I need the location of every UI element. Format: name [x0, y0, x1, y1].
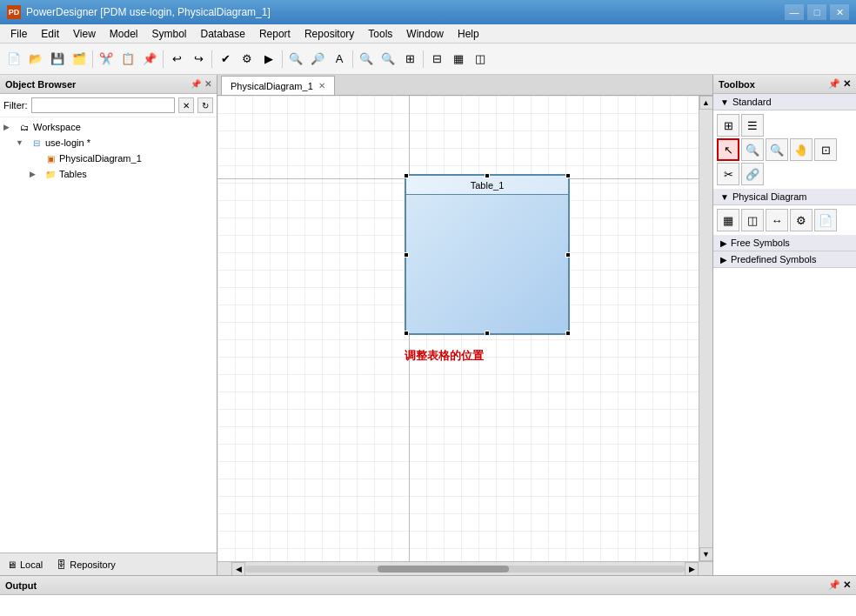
maximize-button[interactable]: □	[807, 4, 826, 20]
vscroll-up[interactable]: ▲	[699, 96, 713, 110]
window-title: PowerDesigner [PDM use-login, PhysicalDi…	[26, 6, 271, 18]
diagram-tab-close[interactable]: ✕	[318, 81, 325, 90]
tables-label: Tables	[59, 169, 87, 179]
toolbar-open[interactable]: 📂	[25, 49, 46, 70]
pd-content: ▦ ◫ ↔ ⚙ 📄	[713, 205, 856, 235]
toolbar-filter[interactable]: 🔎	[307, 49, 328, 70]
toolbar-sep-2	[163, 50, 164, 68]
tb-cut-tool[interactable]: ✂	[717, 163, 739, 185]
menu-repository[interactable]: Repository	[298, 26, 361, 42]
free-symbols-section-header[interactable]: ▶ Free Symbols	[713, 235, 856, 251]
title-left: PD PowerDesigner [PDM use-login, Physica…	[7, 5, 271, 19]
close-button[interactable]: ✕	[830, 4, 849, 20]
standard-content: ⊞ ☰ ↖ 🔍 🔍 🤚 ⊡ ✂ 🔗	[713, 110, 856, 189]
filter-refresh[interactable]: ↻	[197, 97, 213, 113]
physical-diagram-section-header[interactable]: ▼ Physical Diagram	[713, 189, 856, 205]
toolbar-generate[interactable]: ⚙	[237, 49, 257, 70]
toolbar-cut[interactable]: ✂️	[96, 49, 117, 70]
toolbar-table[interactable]: ▦	[448, 49, 469, 70]
toolbar-font[interactable]: A	[329, 49, 350, 70]
vscroll-down[interactable]: ▼	[699, 547, 713, 561]
table1-element[interactable]: Table_1	[405, 174, 570, 335]
panel-pin[interactable]: 📌	[191, 79, 201, 89]
diagram-canvas[interactable]: Table_1 调整表格的位置	[217, 96, 699, 561]
object-browser: Object Browser 📌 ✕ Filter: ✕ ↻ ▶ 🗂 Works…	[0, 75, 217, 575]
tb-settings[interactable]: ⚙	[790, 209, 813, 231]
hscroll-left[interactable]: ◀	[231, 562, 245, 576]
use-login-icon: ⊟	[30, 136, 43, 150]
tree-physical-diagram[interactable]: ▣ PhysicalDiagram_1	[2, 151, 215, 166]
tb-view[interactable]: ◫	[741, 209, 764, 231]
tree-view: ▶ 🗂 Workspace ▼ ⊟ use-login * ▣ Physical…	[0, 117, 217, 552]
menu-window[interactable]: Window	[399, 26, 451, 42]
menu-help[interactable]: Help	[451, 26, 486, 42]
output-close[interactable]: ✕	[843, 579, 851, 590]
toolbar-paste[interactable]: 📌	[139, 49, 160, 70]
menu-symbol[interactable]: Symbol	[145, 26, 194, 42]
tree-workspace[interactable]: ▶ 🗂 Workspace	[2, 119, 215, 135]
local-icon: 🖥	[7, 559, 17, 570]
hscroll-thumb[interactable]	[378, 566, 510, 572]
minimize-button[interactable]: —	[785, 4, 804, 20]
tb-doc[interactable]: 📄	[814, 209, 837, 231]
sel-handle-br[interactable]	[565, 331, 571, 336]
filter-input[interactable]	[31, 97, 176, 113]
local-tab[interactable]: 🖥 Local	[0, 558, 50, 572]
tb-hand[interactable]: 🤚	[790, 138, 813, 161]
standard-section-header[interactable]: ▼ Standard	[713, 94, 856, 110]
sel-handle-bm[interactable]	[485, 331, 490, 336]
predefined-symbols-section-header[interactable]: ▶ Predefined Symbols	[713, 251, 856, 268]
tree-use-login[interactable]: ▼ ⊟ use-login *	[2, 135, 215, 151]
hscroll-right[interactable]: ▶	[685, 562, 699, 576]
toolbox-close[interactable]: ✕	[843, 78, 851, 89]
repository-tab[interactable]: 🗄 Repository	[50, 558, 123, 572]
filter-clear[interactable]: ✕	[178, 97, 194, 113]
sel-handle-ml[interactable]	[404, 252, 409, 258]
tb-list[interactable]: ☰	[741, 114, 764, 137]
panel-close[interactable]: ✕	[204, 79, 211, 89]
toolbar-redo[interactable]: ↪	[188, 49, 209, 70]
toolbox-pin[interactable]: 📌	[828, 78, 840, 89]
diagram-tab-physical[interactable]: PhysicalDiagram_1 ✕	[221, 76, 335, 95]
toolbar-save[interactable]: 💾	[47, 49, 68, 70]
toolbar-save-all[interactable]: 🗂️	[69, 49, 90, 70]
toolbar-copy[interactable]: 📋	[117, 49, 138, 70]
tb-table[interactable]: ▦	[717, 209, 739, 231]
workspace-label: Workspace	[33, 122, 81, 132]
fs-label: Free Symbols	[731, 238, 790, 248]
tb-pointer[interactable]: ↖	[717, 138, 739, 161]
sel-handle-tr[interactable]	[565, 173, 571, 178]
tb-zoom-in[interactable]: 🔍	[741, 138, 764, 161]
tb-zoom-fit[interactable]: ⊡	[814, 138, 837, 161]
toolbar-zoom-fit[interactable]: ⊞	[399, 49, 420, 70]
toolbar-layout[interactable]: ⊟	[426, 49, 447, 70]
menu-model[interactable]: Model	[103, 26, 145, 42]
toolbar-zoom-in[interactable]: 🔍	[356, 49, 377, 70]
sel-handle-tl[interactable]	[404, 173, 409, 178]
sel-handle-mr[interactable]	[565, 252, 571, 258]
fs-arrow: ▶	[720, 238, 727, 248]
toolbar-check[interactable]: ✔	[215, 49, 236, 70]
tb-grid[interactable]: ⊞	[717, 114, 739, 137]
tb-link[interactable]: 🔗	[741, 163, 764, 185]
filter-bar: Filter: ✕ ↻	[0, 94, 217, 117]
output-content	[0, 595, 856, 616]
toolbar-new[interactable]: 📄	[3, 49, 24, 70]
menu-report[interactable]: Report	[252, 26, 298, 42]
toolbar-zoom-out[interactable]: 🔍	[378, 49, 398, 70]
toolbar-diagram[interactable]: ◫	[470, 49, 491, 70]
toolbar-find[interactable]: 🔍	[285, 49, 306, 70]
menu-database[interactable]: Database	[194, 26, 252, 42]
menu-view[interactable]: View	[66, 26, 103, 42]
toolbar-run[interactable]: ▶	[258, 49, 279, 70]
sel-handle-tm[interactable]	[485, 173, 490, 178]
menu-tools[interactable]: Tools	[361, 26, 399, 42]
toolbar-undo[interactable]: ↩	[166, 49, 187, 70]
tb-zoom-out[interactable]: 🔍	[766, 138, 788, 161]
tb-ref[interactable]: ↔	[766, 209, 788, 231]
menu-edit[interactable]: Edit	[34, 26, 66, 42]
output-pin[interactable]: 📌	[828, 579, 840, 590]
menu-file[interactable]: File	[3, 26, 34, 42]
tree-tables[interactable]: ▶ 📁 Tables	[2, 166, 215, 182]
sel-handle-bl[interactable]	[404, 331, 409, 336]
